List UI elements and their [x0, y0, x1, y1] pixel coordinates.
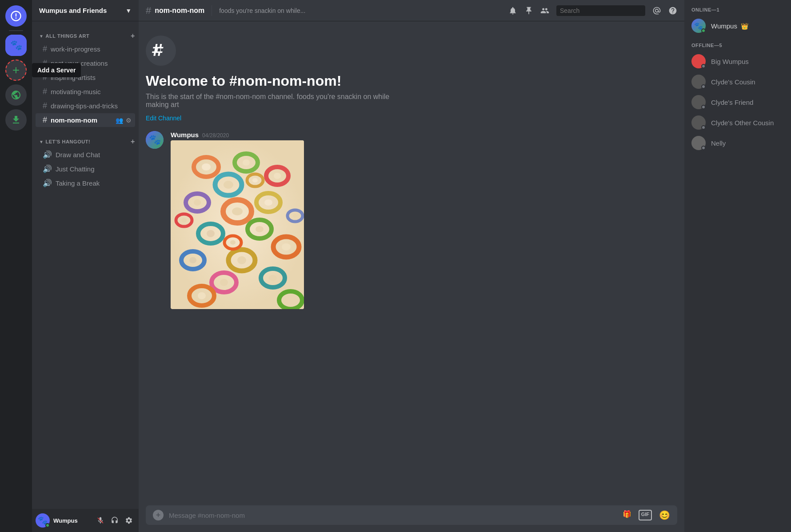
channel-name: Taking a Break [56, 179, 132, 187]
message-input-area: + 🎁 GIF 😊 [139, 505, 684, 532]
member-name: Big Wumpus [711, 58, 749, 65]
channel-sidebar: Wumpus and Friends ▼ ▼ ALL THINGS ART + … [32, 0, 139, 532]
discord-home-button[interactable] [5, 5, 27, 27]
add-server-button[interactable]: + [5, 60, 27, 81]
edit-channel-link[interactable]: Edit Channel [146, 115, 181, 122]
voice-channel-icon: 🔊 [43, 150, 52, 159]
member-wumpus[interactable]: 🐾 Wumpus 👑 [688, 16, 787, 36]
channel-action-icons: 👥 ⚙ [116, 117, 132, 124]
attach-file-button[interactable]: + [153, 510, 164, 520]
member-status-dot [701, 146, 706, 150]
channel-motivating-music[interactable]: # motivating-music [36, 85, 135, 99]
member-avatar-clydes-cousin [691, 75, 706, 89]
server-header[interactable]: Wumpus and Friends ▼ [32, 0, 139, 21]
channel-name: Just Chatting [56, 165, 132, 173]
welcome-hash-icon [146, 36, 176, 66]
channel-hash-icon: # [43, 87, 47, 96]
channel-header-divider [212, 5, 212, 16]
message-input[interactable] [169, 512, 617, 519]
svg-point-11 [264, 199, 272, 206]
svg-point-35 [252, 178, 258, 183]
member-name: Clyde's Other Cousin [711, 119, 774, 127]
deafen-button[interactable] [108, 514, 121, 527]
user-name: Wumpus [53, 517, 91, 524]
channel-draw-and-chat[interactable]: 🔊 Draw and Chat [36, 148, 135, 162]
channel-work-in-progress[interactable]: # work-in-progress [36, 42, 135, 56]
member-status-dot [701, 28, 706, 33]
member-avatar-clydes-friend [691, 95, 706, 109]
search-box [556, 5, 645, 16]
mute-button[interactable] [94, 514, 107, 527]
svg-point-23 [189, 257, 196, 263]
category-add-channel-button[interactable]: + [131, 32, 135, 40]
members-icon[interactable] [540, 6, 549, 15]
help-icon[interactable] [668, 6, 677, 15]
voice-channel-icon: 🔊 [43, 164, 52, 174]
chat-area: Welcome to #nom-nom-nom! This is the sta… [139, 21, 684, 505]
svg-point-3 [202, 163, 211, 171]
channel-hash-icon: # [43, 44, 47, 54]
channel-just-chatting[interactable]: 🔊 Just Chatting [36, 162, 135, 176]
channel-taking-a-break[interactable]: 🔊 Taking a Break [36, 176, 135, 190]
add-member-icon[interactable]: 👥 [116, 117, 123, 124]
user-controls [94, 514, 135, 527]
member-status-dot [701, 125, 706, 130]
svg-point-7 [274, 173, 281, 179]
message-input-box: + 🎁 GIF 😊 [146, 505, 677, 525]
bell-icon[interactable] [508, 6, 517, 15]
category-chevron-icon: ▼ [39, 139, 44, 144]
member-clydes-friend[interactable]: Clyde's Friend [688, 92, 787, 112]
gift-icon[interactable]: 🎁 [623, 510, 631, 520]
member-clydes-cousin[interactable]: Clyde's Cousin [688, 72, 787, 91]
member-avatar-big-wumpus [691, 54, 706, 68]
svg-point-31 [198, 292, 206, 299]
category-lets-hangout[interactable]: ▼ LET'S HANGOUT! + [32, 131, 139, 147]
member-status-dot [701, 105, 706, 109]
message-timestamp: 04/28/2020 [202, 132, 229, 139]
offline-section-title: OFFLINE—5 [688, 43, 787, 48]
svg-point-13 [194, 199, 201, 206]
svg-point-15 [232, 207, 243, 215]
channel-name: Draw and Chat [56, 151, 132, 159]
channel-name: nom-nom-nom [51, 116, 113, 124]
svg-point-21 [282, 243, 291, 250]
at-icon[interactable] [652, 6, 661, 15]
svg-point-39 [293, 214, 297, 218]
member-nelly[interactable]: Nelly [688, 133, 787, 153]
channel-header: # nom-nom-nom foods you're snackin on wh… [139, 0, 684, 21]
channel-nom-nom-nom[interactable]: # nom-nom-nom 👥 ⚙ [36, 113, 135, 127]
category-label: LET'S HANGOUT! [45, 139, 90, 144]
svg-point-17 [207, 230, 215, 237]
channel-welcome: Welcome to #nom-nom-nom! This is the sta… [139, 28, 684, 122]
channel-drawing-tips[interactable]: # drawing-tips-and-tricks [36, 99, 135, 113]
header-icons [508, 5, 677, 16]
member-big-wumpus[interactable]: Big Wumpus [688, 52, 787, 71]
channel-settings-icon[interactable]: ⚙ [126, 117, 132, 124]
settings-button[interactable] [123, 514, 135, 527]
search-icon [641, 7, 642, 14]
member-avatar-nelly [691, 136, 706, 150]
gif-button[interactable]: GIF [639, 510, 652, 520]
pin-icon[interactable] [524, 6, 533, 15]
svg-point-29 [269, 275, 277, 281]
channel-header-hash-icon: # [146, 5, 151, 16]
message-content: Wumpus 04/28/2020 [171, 131, 677, 309]
member-status-dot [701, 84, 706, 89]
channel-header-name: nom-nom-nom [155, 7, 204, 15]
channel-name: drawing-tips-and-tricks [51, 102, 132, 110]
emoji-icon[interactable]: 😊 [659, 510, 670, 520]
category-all-things-art[interactable]: ▼ ALL THINGS ART + [32, 25, 139, 42]
download-button[interactable] [5, 109, 27, 131]
member-clydes-other-cousin[interactable]: Clyde's Other Cousin [688, 113, 787, 132]
message-username: Wumpus [171, 131, 199, 139]
member-name: Clyde's Friend [711, 99, 753, 106]
explore-button[interactable] [5, 84, 27, 106]
search-input[interactable] [560, 7, 638, 14]
member-avatar-clydes-other-cousin [691, 115, 706, 130]
category-add-channel-button[interactable]: + [131, 138, 135, 146]
server-header-chevron-icon: ▼ [125, 7, 132, 14]
member-name: Wumpus 👑 [711, 22, 748, 30]
channel-name: work-in-progress [51, 45, 132, 53]
server-icon-wumpus[interactable]: 🐾 [5, 35, 27, 56]
cereal-image [171, 140, 304, 309]
